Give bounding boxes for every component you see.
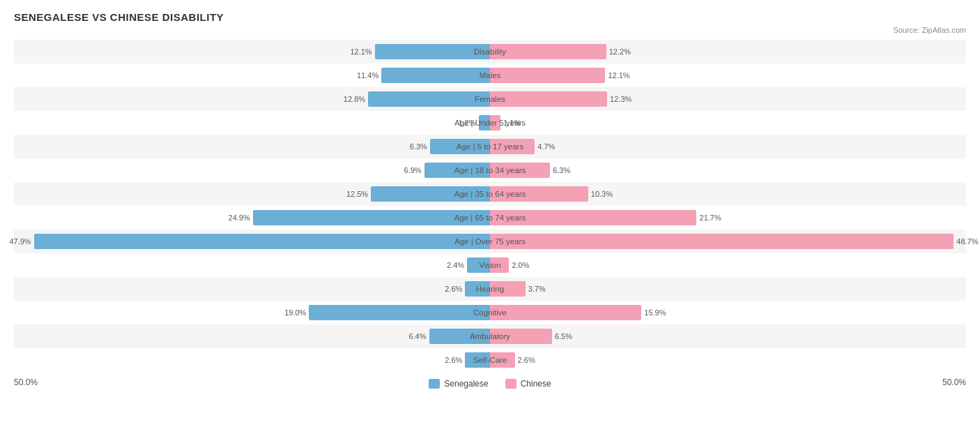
bar-row: Hearing2.6%3.7% (14, 277, 966, 301)
val-left: 2.4% (447, 261, 464, 269)
val-right: 48.7% (956, 237, 978, 246)
val-right: 10.3% (591, 190, 613, 198)
bar-row: Age | 35 to 64 years12.5%10.3% (14, 182, 966, 206)
bar-row: Females12.8%12.3% (14, 87, 966, 111)
bar-right (490, 44, 606, 59)
source-line: Source: ZipAtlas.com (14, 26, 966, 34)
bar-left (368, 91, 490, 107)
val-right: 12.3% (610, 95, 631, 103)
val-left: 11.4% (357, 71, 378, 80)
bar-row: Age | 65 to 74 years24.9%21.7% (14, 206, 966, 230)
bar-area: Females12.8%12.3% (14, 87, 966, 111)
bar-row: Disability12.1%12.2% (14, 40, 966, 63)
chart-title: SENEGALESE VS CHINESE DISABILITY (14, 11, 966, 23)
chart-footer: 50.0% Senegalese Chinese 50.0% (14, 376, 966, 389)
bar-left (34, 234, 490, 249)
val-left: 1.2% (458, 119, 475, 127)
bar-area: Ambulatory6.4%6.5% (14, 324, 966, 348)
bar-right (490, 115, 500, 130)
bar-row: Age | Under 5 years1.2%1.1% (14, 111, 966, 135)
bar-area: Cognitive19.0%15.9% (14, 301, 966, 324)
bar-left (465, 281, 490, 297)
val-left: 12.1% (350, 47, 372, 56)
val-left: 6.3% (410, 142, 427, 151)
val-left: 6.4% (408, 332, 426, 340)
bar-right (490, 91, 607, 107)
bar-chart: Disability12.1%12.2%Males11.4%12.1%Femal… (14, 40, 966, 372)
bar-area: Age | 65 to 74 years24.9%21.7% (14, 206, 966, 230)
val-right: 6.5% (555, 332, 572, 340)
val-right: 12.1% (608, 71, 629, 80)
bar-left (371, 186, 490, 202)
bar-right (490, 186, 588, 202)
bar-area: Hearing2.6%3.7% (14, 277, 966, 301)
val-left: 24.9% (229, 214, 250, 222)
bar-area: Vision2.4%2.0% (14, 253, 966, 277)
bar-row: Cognitive19.0%15.9% (14, 301, 966, 324)
bar-area: Disability12.1%12.2% (14, 40, 966, 63)
bar-left (479, 115, 490, 130)
bar-area: Males11.4%12.1% (14, 63, 966, 87)
bar-row: Vision2.4%2.0% (14, 253, 966, 277)
val-left: 2.6% (445, 285, 462, 293)
bar-left (253, 210, 490, 225)
bar-area: Age | Under 5 years1.2%1.1% (14, 111, 966, 135)
bar-left (430, 139, 490, 154)
val-left: 47.9% (9, 237, 31, 246)
val-right: 15.9% (644, 308, 666, 317)
val-right: 3.7% (528, 285, 546, 293)
val-left: 12.8% (344, 95, 365, 103)
bar-area: Self-Care2.6%2.6% (14, 348, 966, 372)
bar-row: Age | Over 75 years47.9%48.7% (14, 230, 966, 253)
val-right: 12.2% (609, 47, 631, 56)
bar-row: Age | 18 to 34 years6.9%6.3% (14, 158, 966, 182)
bar-row: Ambulatory6.4%6.5% (14, 324, 966, 348)
val-left: 19.0% (284, 308, 306, 317)
bar-right (490, 281, 526, 297)
bar-row: Age | 5 to 17 years6.3%4.7% (14, 135, 966, 158)
val-left: 2.6% (445, 356, 462, 364)
bar-right (490, 68, 605, 83)
bar-area: Age | Over 75 years47.9%48.7% (14, 230, 966, 253)
bar-right (490, 257, 509, 273)
legend-box-chinese (505, 379, 516, 389)
val-right: 2.6% (518, 356, 535, 364)
chart-container: SENEGALESE VS CHINESE DISABILITY Source:… (0, 0, 980, 403)
legend-box-senegalese (429, 379, 440, 389)
legend-item-chinese: Chinese (505, 379, 551, 389)
bar-right (490, 234, 954, 249)
bar-right (490, 163, 550, 178)
val-left: 6.9% (404, 166, 422, 174)
legend-label-senegalese: Senegalese (444, 379, 488, 389)
bar-left (309, 305, 490, 320)
val-right: 2.0% (512, 261, 529, 269)
val-right: 21.7% (700, 214, 721, 222)
bar-area: Age | 35 to 64 years12.5%10.3% (14, 182, 966, 206)
val-right: 4.7% (537, 142, 555, 151)
legend-item-senegalese: Senegalese (429, 379, 488, 389)
bar-row: Males11.4%12.1% (14, 63, 966, 87)
bar-area: Age | 5 to 17 years6.3%4.7% (14, 135, 966, 158)
bar-right (490, 210, 696, 225)
bar-area: Age | 18 to 34 years6.9%6.3% (14, 158, 966, 182)
bar-row: Self-Care2.6%2.6% (14, 348, 966, 372)
bar-right (490, 329, 552, 344)
bar-left (465, 352, 490, 368)
bar-left (467, 257, 490, 273)
bar-left (381, 68, 490, 83)
bar-left (429, 329, 490, 344)
val-right: 6.3% (553, 166, 570, 174)
legend: Senegalese Chinese (429, 379, 551, 389)
bar-right (490, 352, 515, 368)
bar-right (490, 139, 535, 154)
bar-right (490, 305, 641, 320)
bar-left (424, 163, 490, 178)
footer-right-value: 50.0% (942, 377, 966, 387)
legend-label-chinese: Chinese (521, 379, 551, 389)
footer-left-value: 50.0% (14, 377, 38, 387)
val-left: 12.5% (346, 190, 368, 198)
bar-left (375, 44, 490, 59)
val-right: 1.1% (503, 119, 521, 127)
